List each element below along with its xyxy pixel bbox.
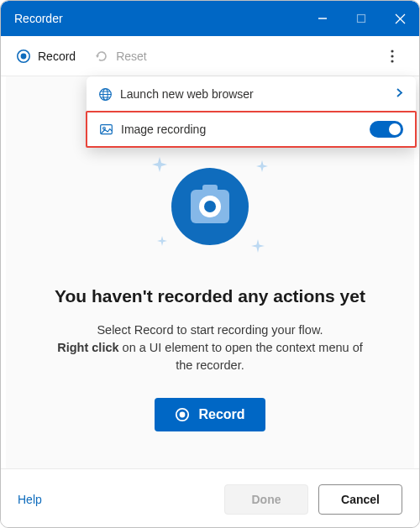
help-link[interactable]: Help	[18, 493, 42, 506]
more-button[interactable]	[379, 43, 406, 70]
svg-point-18	[180, 412, 186, 418]
svg-point-5	[21, 53, 27, 59]
empty-bold: Right click	[57, 341, 118, 354]
footer: Help Done Cancel	[1, 468, 419, 528]
menu-item-image-recording[interactable]: Image recording	[86, 111, 417, 148]
hero-illustration	[147, 152, 273, 261]
sparkle-icon	[256, 160, 268, 175]
record-button-label: Record	[198, 407, 244, 422]
more-vertical-icon	[391, 50, 394, 63]
svg-point-7	[391, 50, 393, 52]
chevron-right-icon	[396, 87, 404, 101]
maximize-button[interactable]	[342, 1, 381, 36]
more-menu: Launch new web browser Image recording	[87, 76, 416, 147]
record-icon	[175, 407, 190, 422]
done-label: Done	[252, 493, 281, 506]
menu-item-label: Image recording	[121, 123, 370, 136]
maximize-icon	[356, 13, 366, 24]
done-button: Done	[224, 484, 308, 515]
svg-point-8	[391, 55, 393, 57]
camera-icon	[191, 190, 229, 223]
record-tool[interactable]: Record	[16, 49, 76, 64]
reset-tool: Reset	[94, 49, 147, 64]
window-title: Recorder	[14, 12, 303, 25]
empty-state-title: You haven't recorded any actions yet	[55, 286, 365, 306]
svg-rect-1	[358, 15, 365, 23]
sparkle-icon	[157, 234, 167, 249]
minimize-button[interactable]	[303, 1, 342, 36]
toggle-knob	[389, 123, 401, 135]
empty-line1: Select Record to start recording your fl…	[97, 323, 323, 337]
svg-point-9	[391, 60, 393, 62]
menu-item-label: Launch new web browser	[120, 87, 396, 101]
cancel-button[interactable]: Cancel	[318, 484, 402, 515]
minimize-icon	[318, 13, 328, 24]
svg-point-16	[103, 127, 106, 129]
record-button[interactable]: Record	[155, 398, 265, 431]
record-label: Record	[38, 50, 76, 63]
close-button[interactable]	[381, 1, 419, 36]
svg-marker-6	[96, 55, 99, 58]
globe-icon	[98, 87, 120, 102]
image-icon	[99, 123, 121, 137]
sparkle-icon	[251, 239, 265, 256]
image-recording-toggle[interactable]	[370, 121, 403, 138]
main-area: Launch new web browser Image recording	[6, 76, 414, 468]
cancel-label: Cancel	[341, 493, 380, 506]
empty-state-text: Select Record to start recording your fl…	[50, 322, 370, 374]
sparkle-icon	[152, 157, 167, 175]
titlebar: Recorder	[1, 1, 419, 36]
reset-icon	[94, 49, 109, 64]
reset-label: Reset	[116, 50, 147, 63]
empty-line2: on a UI element to open the context menu…	[119, 341, 363, 372]
toolbar: Record Reset	[1, 36, 419, 76]
close-icon	[395, 13, 406, 24]
menu-item-launch-browser[interactable]: Launch new web browser	[87, 76, 416, 112]
record-icon	[16, 49, 31, 64]
